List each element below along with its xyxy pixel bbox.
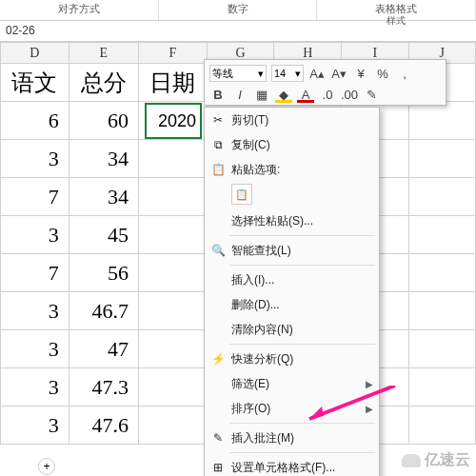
menu-insert-comment[interactable]: ✎插入批注(M) (205, 426, 379, 450)
header-chinese[interactable]: 语文 (1, 64, 69, 102)
menu-clear[interactable]: 清除内容(N) (205, 317, 379, 342)
menu-paste-options: 📋粘贴选项: (205, 157, 379, 182)
paste-option-icons: 📋 (205, 182, 379, 208)
menu-sort[interactable]: 排序(O)▶ (205, 396, 379, 421)
chevron-right-icon: ▶ (366, 404, 373, 414)
font-select[interactable]: 等线 ▾ (209, 65, 267, 82)
format-cells-icon: ⊞ (209, 459, 227, 476)
menu-cut[interactable]: ✂剪切(T) (205, 108, 379, 132)
ribbon-group-number: 数字 (159, 0, 318, 20)
col-D[interactable]: D (1, 43, 69, 64)
quick-analysis-icon: ⚡ (209, 350, 227, 367)
ribbon-group-align: 对齐方式 (0, 0, 159, 20)
menu-format-cells[interactable]: ⊞设置单元格格式(F)... (205, 455, 379, 476)
italic-icon[interactable]: I (231, 86, 248, 103)
fill-color-icon[interactable]: ◆ (275, 86, 292, 103)
context-menu: ✂剪切(T) ⧉复制(C) 📋粘贴选项: 📋 选择性粘贴(S)... 🔍智能查找… (204, 107, 380, 476)
copy-icon: ⧉ (209, 136, 227, 153)
ribbon-group-labels: 对齐方式 数字 表格格式 样式 (0, 0, 476, 21)
ribbon-group-styles: 表格格式 样式 (317, 0, 476, 20)
decrease-font-icon[interactable]: A▾ (330, 65, 347, 82)
paste-icon: 📋 (209, 161, 227, 178)
chevron-right-icon: ▶ (366, 379, 373, 389)
add-sheet-button[interactable]: + (38, 458, 55, 475)
menu-delete[interactable]: 删除(D)... (205, 292, 379, 317)
border-icon[interactable]: ▦ (253, 86, 270, 103)
increase-font-icon[interactable]: A▴ (308, 65, 326, 82)
bold-icon[interactable]: B (209, 86, 227, 103)
font-size-select[interactable]: 14 ▾ (271, 65, 304, 82)
watermark: 亿速云 (402, 450, 470, 470)
mini-toolbar: 等线 ▾ 14 ▾ A▴ A▾ ¥ % , B I ▦ ◆ A .0 .00 ✎ (204, 59, 446, 106)
cloud-icon (402, 454, 421, 467)
menu-copy[interactable]: ⧉复制(C) (205, 132, 379, 157)
currency-icon[interactable]: ¥ (352, 65, 369, 82)
comment-icon: ✎ (209, 429, 227, 446)
header-date[interactable]: 日期 (138, 64, 207, 102)
col-E[interactable]: E (69, 43, 138, 64)
header-total[interactable]: 总分 (69, 64, 138, 102)
format-painter-icon[interactable]: ✎ (363, 86, 380, 103)
menu-quick-analysis[interactable]: ⚡快速分析(Q) (205, 347, 379, 371)
scissors-icon: ✂ (209, 111, 227, 129)
menu-insert[interactable]: 插入(I)... (205, 268, 379, 292)
menu-smart-lookup[interactable]: 🔍智能查找(L) (205, 238, 379, 263)
increase-decimal-icon[interactable]: .00 (341, 86, 358, 103)
sheet-tabs[interactable]: + (38, 457, 55, 476)
percent-icon[interactable]: % (374, 65, 391, 82)
decrease-decimal-icon[interactable]: .0 (319, 86, 336, 103)
col-F[interactable]: F (138, 43, 207, 64)
comma-icon[interactable]: , (396, 65, 413, 82)
paste-default-icon[interactable]: 📋 (231, 184, 252, 205)
font-color-icon[interactable]: A (297, 86, 314, 103)
active-cell[interactable]: 2020 (145, 103, 202, 139)
menu-filter[interactable]: 筛选(E)▶ (205, 371, 379, 396)
menu-paste-special[interactable]: 选择性粘贴(S)... (205, 208, 379, 233)
lookup-icon: 🔍 (209, 242, 227, 259)
